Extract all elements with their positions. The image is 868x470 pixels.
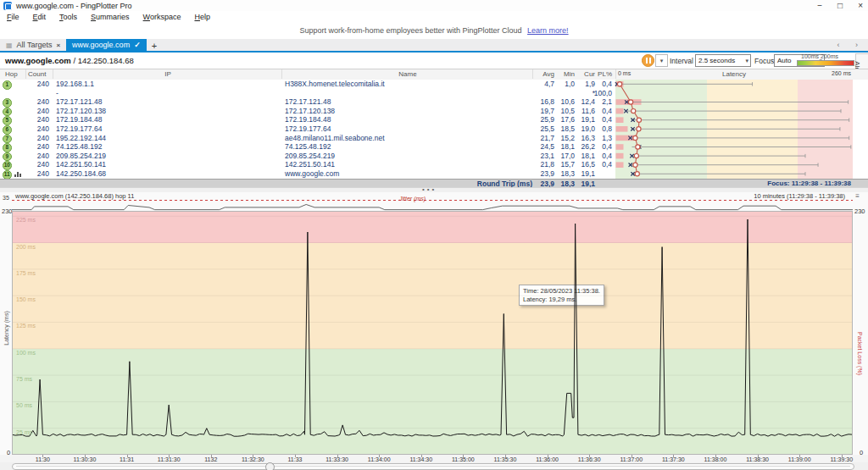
cell-pl: 0,4 — [593, 152, 612, 161]
timeline-title: www.google.com (142.250.184.68) hop 11 — [15, 192, 134, 200]
menu-item-workspace[interactable]: Workspace — [136, 13, 188, 21]
column-header-name[interactable]: Name — [285, 70, 531, 78]
cell-cur: 19,0 — [576, 124, 595, 134]
time-tick-label: 11:38:00 — [704, 456, 727, 462]
promo-text: Support work-from-home employees better … — [299, 26, 521, 35]
column-header-latency[interactable]: Latency — [615, 70, 853, 78]
tab-www-google-com[interactable]: www.google.com ✓ — [66, 39, 147, 51]
time-tick-label: 11:37:00 — [620, 456, 643, 462]
cell-pl: 0,4 — [593, 160, 612, 169]
title-bar: www.google.com - PingPlotter Pro − □ × — [0, 0, 868, 12]
cell-ip: 74.125.48.192 — [56, 142, 278, 152]
maximize-button[interactable]: □ — [837, 0, 843, 11]
cell-name: 172.19.184.48 — [285, 115, 531, 124]
scrollbar-track[interactable] — [12, 463, 854, 470]
cell-count: 240 — [25, 152, 49, 161]
timeline-menu-icon[interactable]: ≡ — [855, 192, 860, 200]
cell-cur: * — [576, 89, 595, 98]
hop-latency-graph — [615, 80, 853, 179]
cell-name: 172.17.120.138 — [285, 107, 531, 116]
jitter-strip: 35 Jitter (ms) — [0, 200, 868, 211]
cell-ip: 209.85.254.219 — [56, 152, 278, 161]
target-hostname: www.google.com — [5, 56, 71, 65]
cell-count: 240 — [25, 142, 49, 152]
cell-min: 15,7 — [556, 160, 575, 169]
column-header-pl[interactable]: PL% — [593, 70, 612, 78]
time-tick-label: 11:35:00 — [452, 456, 475, 462]
timeline-window-label[interactable]: 10 minutes (11:29:38 - 11:39:38) — [754, 192, 845, 200]
cell-name: 172.19.177.64 — [285, 124, 531, 134]
tab-scroll-icons[interactable]: ‹ › — [837, 41, 865, 49]
cell-ip: 172.17.121.48 — [56, 97, 278, 107]
cell-min: 10,6 — [556, 97, 575, 107]
cell-min: 17,6 — [556, 115, 575, 124]
cell-min: 18,3 — [556, 169, 575, 179]
cell-avg: 25,9 — [534, 115, 554, 124]
cell-count: 240 — [25, 115, 49, 124]
minimize-button[interactable]: − — [817, 0, 822, 11]
cell-min: 10,5 — [556, 107, 575, 116]
menu-item-summaries[interactable]: Summaries — [84, 13, 136, 21]
column-header-hop[interactable]: Hop — [5, 70, 18, 78]
time-tick-label: 11:34:00 — [368, 456, 391, 462]
close-button[interactable]: × — [858, 0, 863, 11]
hop-trace-svg — [615, 80, 853, 179]
column-separator — [532, 69, 533, 79]
cell-avg: 23,9 — [534, 169, 554, 179]
cell-avg: 23,1 — [534, 152, 554, 161]
scale-100ms-label: 100ms — [801, 53, 819, 59]
cell-cur: 11,6 — [576, 107, 595, 116]
time-tick-label: 11:39:00 — [788, 456, 811, 462]
column-header-ip[interactable]: IP — [56, 70, 280, 78]
column-header-avg[interactable]: Avg — [534, 70, 554, 78]
focused-hop-graph-icon — [14, 172, 22, 177]
cell-name: www.google.com — [285, 169, 531, 179]
cell-ip: 195.22.192.144 — [56, 134, 278, 143]
time-tick-label: 11:33:30 — [326, 456, 348, 462]
pause-button[interactable] — [642, 54, 654, 67]
time-tick-label: 11:38:30 — [746, 456, 769, 462]
cell-cur: 16,5 — [576, 160, 595, 169]
pause-dropdown-caret[interactable]: ▾ — [655, 54, 668, 67]
time-tick-label: 11:34:30 — [409, 456, 432, 462]
tab-all-targets[interactable]: ▦ All Targets × — [0, 39, 66, 51]
jitter-trace-svg — [12, 200, 853, 211]
cell-min: 18,1 — [556, 142, 575, 152]
learn-more-link[interactable]: Learn more! — [527, 26, 569, 35]
cell-ip: 142.251.50.141 — [56, 160, 278, 169]
time-axis: 11:3011:30:3011:3111:31:30113211:32:3011… — [0, 455, 868, 462]
cell-name: ae48.milano11.mil.seabone.net — [285, 134, 531, 143]
cell-count: 240 — [25, 107, 49, 116]
timeline-graph[interactable]: 230 0 230 0 Latency (ms) Packet Loss (%)… — [0, 211, 868, 455]
focus-label: Focus — [754, 57, 774, 65]
cell-name: 142.251.50.141 — [285, 160, 531, 169]
menu-item-edit[interactable]: Edit — [26, 13, 53, 21]
column-header-count[interactable]: Count — [28, 70, 46, 78]
cell-avg: 19,7 — [534, 107, 554, 116]
cell-cur: 18,1 — [576, 152, 595, 161]
scrollbar-handle[interactable] — [265, 462, 275, 470]
chevron-down-icon: ▾ — [745, 55, 748, 66]
cell-pl: 1,3 — [593, 134, 612, 143]
menu-item-help[interactable]: Help — [187, 13, 217, 21]
menu-item-file[interactable]: File — [0, 13, 26, 21]
cell-min: 15,2 — [556, 134, 575, 143]
new-tab-button[interactable]: + — [147, 41, 162, 51]
focus-value: Auto — [777, 57, 791, 64]
latency-color-scale — [797, 60, 854, 66]
cell-pl: 0,4 — [593, 115, 612, 124]
column-header-min[interactable]: Min — [556, 70, 575, 78]
cell-avg: 21,7 — [534, 134, 554, 143]
menu-item-tools[interactable]: Tools — [53, 13, 84, 21]
cell-count: 240 — [25, 160, 49, 169]
cell-name: 172.17.121.48 — [285, 97, 531, 107]
interval-label: Interval — [670, 57, 693, 65]
cell-cur: 19,1 — [576, 115, 595, 124]
interval-select[interactable]: 2.5 seconds ▾ — [695, 54, 751, 67]
trace-table-header: HopCountIPNameAvgMinCurPL%0 msLatency260… — [0, 69, 868, 80]
time-tick-label: 11:36:30 — [578, 456, 601, 462]
column-header-cur[interactable]: Cur — [576, 70, 595, 78]
latency-axis-label: Latency (ms) — [3, 311, 9, 345]
close-tab-icon[interactable]: × — [56, 41, 60, 49]
cell-ip: 172.19.177.64 — [56, 124, 278, 134]
